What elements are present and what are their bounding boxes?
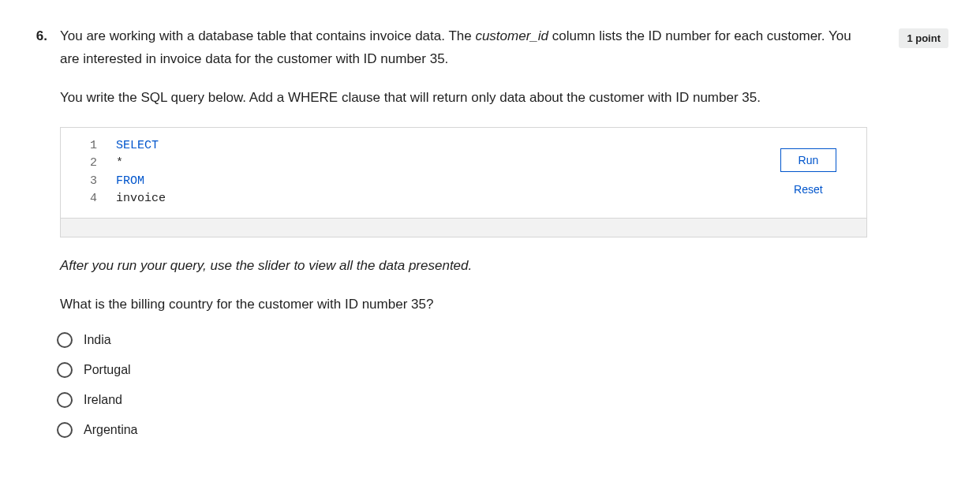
question-number: 6.	[32, 25, 47, 438]
code-line: 4 invoice	[61, 190, 772, 208]
code-content: 1 SELECT 2 * 3 FROM 4 in	[61, 128, 866, 218]
radio-icon	[57, 422, 73, 438]
code-line: 1 SELECT	[61, 137, 772, 155]
code-line: 2 *	[61, 155, 772, 173]
question-container: 6. You are working with a database table…	[32, 25, 948, 438]
points-badge: 1 point	[899, 28, 948, 48]
option-ireland[interactable]: Ireland	[57, 392, 867, 408]
option-argentina[interactable]: Argentina	[57, 422, 867, 438]
code-buttons: Run Reset	[772, 134, 866, 199]
radio-icon	[57, 392, 73, 408]
run-button[interactable]: Run	[780, 148, 837, 172]
option-india[interactable]: India	[57, 332, 867, 348]
code-editor[interactable]: 1 SELECT 2 * 3 FROM 4 in	[61, 134, 772, 211]
line-code: FROM	[116, 173, 772, 191]
radio-icon	[57, 362, 73, 378]
option-portugal[interactable]: Portugal	[57, 362, 867, 378]
reset-button[interactable]: Reset	[787, 180, 829, 199]
line-number: 2	[61, 155, 116, 173]
line-number: 4	[61, 190, 116, 208]
question-paragraph-1: You are working with a database table th…	[60, 25, 867, 71]
line-code: invoice	[116, 190, 772, 208]
answer-options: India Portugal Ireland Argentina	[57, 332, 867, 438]
option-label: Ireland	[84, 393, 122, 407]
question-body: You are working with a database table th…	[60, 25, 867, 438]
option-label: Portugal	[84, 363, 131, 377]
code-line: 3 FROM	[61, 173, 772, 191]
line-code: SELECT	[116, 137, 772, 155]
code-block: 1 SELECT 2 * 3 FROM 4 in	[60, 127, 867, 237]
line-number: 1	[61, 137, 116, 155]
results-bar[interactable]	[61, 218, 866, 237]
question-text-part1: You are working with a database table th…	[60, 28, 475, 43]
hint-text: After you run your query, use the slider…	[60, 255, 867, 276]
sub-question: What is the billing country for the cust…	[60, 293, 867, 315]
line-number: 3	[61, 173, 116, 191]
question-text-italic: customer_id	[475, 28, 548, 43]
option-label: Argentina	[84, 423, 138, 437]
line-code: *	[116, 155, 772, 173]
option-label: India	[84, 333, 111, 347]
radio-icon	[57, 332, 73, 348]
question-paragraph-2: You write the SQL query below. Add a WHE…	[60, 87, 867, 110]
question-main: 6. You are working with a database table…	[32, 25, 867, 438]
